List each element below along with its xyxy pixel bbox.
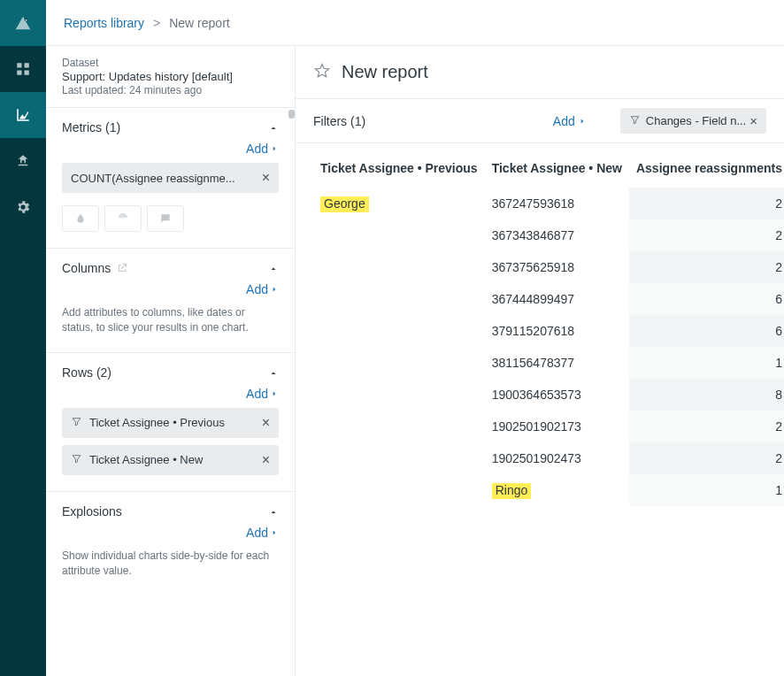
col-header-count[interactable]: Assignee reassignments — [629, 156, 784, 188]
cell-count: 6 — [629, 283, 784, 315]
nav-datasets[interactable] — [0, 138, 46, 184]
cell-new: Ringo — [485, 474, 629, 506]
cell-count: 8 — [629, 379, 784, 411]
main-area: Reports library > New report Dataset Sup… — [46, 0, 784, 676]
scrollbar-thumb[interactable] — [288, 110, 295, 119]
section-metrics: Metrics (1) Add COUNT(Assignee reassignm… — [46, 108, 295, 249]
metric-toolbar — [62, 205, 279, 232]
cell-prev — [313, 283, 485, 315]
cell-count: 2 — [629, 219, 784, 251]
signal-tool-button[interactable] — [104, 205, 142, 232]
table-row[interactable]: 3791152076186 — [313, 315, 784, 347]
chevron-right-icon — [578, 117, 587, 126]
results-table-wrap: Ticket Assignee • Previous Ticket Assign… — [296, 143, 784, 519]
columns-add-label: Add — [246, 282, 268, 296]
report-title-bar: New report — [296, 46, 784, 99]
table-row[interactable]: 3673438468772 — [313, 219, 784, 251]
explosions-helper: Show individual charts side-by-side for … — [62, 549, 279, 580]
cell-new: 367444899497 — [485, 283, 629, 315]
col-header-new[interactable]: Ticket Assignee • New — [485, 156, 629, 188]
table-row[interactable]: 19025019024732 — [313, 442, 784, 474]
explosions-add-label: Add — [246, 526, 268, 540]
cell-prev — [313, 315, 485, 347]
filters-add-link[interactable]: Add — [553, 114, 587, 128]
close-icon[interactable]: × — [257, 415, 270, 431]
cell-prev — [313, 411, 485, 442]
section-columns-title: Columns — [62, 261, 128, 275]
metrics-add-link[interactable]: Add — [62, 142, 279, 156]
cell-count: 2 — [629, 411, 784, 442]
star-icon[interactable] — [313, 62, 331, 82]
section-metrics-header[interactable]: Metrics (1) — [62, 120, 279, 134]
rows-add-link[interactable]: Add — [62, 387, 279, 401]
table-row[interactable]: 3674448994976 — [313, 283, 784, 315]
funnel-icon — [71, 453, 82, 467]
dataset-block[interactable]: Dataset Support: Updates history [defaul… — [46, 46, 295, 108]
section-rows-header[interactable]: Rows (2) — [62, 365, 279, 380]
filters-label: Filters (1) — [313, 114, 365, 128]
report-title[interactable]: New report — [342, 62, 428, 82]
table-row[interactable]: Ringo1 — [313, 474, 784, 506]
section-columns: Columns Add Add attributes to columns, l… — [46, 249, 295, 353]
svg-point-5 — [122, 217, 124, 219]
explosions-add-link[interactable]: Add — [62, 526, 279, 540]
close-icon[interactable]: × — [257, 170, 270, 186]
columns-add-link[interactable]: Add — [62, 282, 279, 296]
cell-count: 2 — [629, 251, 784, 283]
chevron-right-icon — [270, 389, 279, 398]
filters-row: Filters (1) Add Changes - Field n... × — [296, 99, 784, 143]
cell-new: 1900364653573 — [485, 379, 629, 411]
cell-new: 367247593618 — [485, 188, 629, 219]
section-explosions: Explosions Add Show individual charts si… — [46, 492, 295, 595]
metric-pill-label: COUNT(Assignee reassignme... — [71, 172, 257, 185]
row-pill[interactable]: Ticket Assignee • Previous × — [62, 408, 279, 438]
row-pill-label: Ticket Assignee • Previous — [89, 416, 257, 429]
chevron-right-icon — [270, 528, 279, 537]
rows-add-label: Add — [246, 387, 268, 401]
cell-new: 381156478377 — [485, 347, 629, 379]
metric-pill[interactable]: COUNT(Assignee reassignme... × — [62, 163, 279, 193]
nav-settings[interactable] — [0, 184, 46, 230]
svg-rect-4 — [25, 71, 29, 75]
cell-prev: George — [313, 188, 485, 219]
dataset-name: Support: Updates history [default] — [62, 70, 279, 83]
breadcrumb-link-library[interactable]: Reports library — [64, 16, 144, 30]
results-table: Ticket Assignee • Previous Ticket Assign… — [313, 156, 784, 506]
report-area: New report Filters (1) Add Changes - Fie… — [296, 46, 784, 676]
close-icon[interactable]: × — [257, 452, 270, 468]
section-metrics-title: Metrics (1) — [62, 120, 120, 134]
col-header-prev[interactable]: Ticket Assignee • Previous — [313, 156, 485, 188]
cell-count: 2 — [629, 442, 784, 474]
cell-new: 379115207618 — [485, 315, 629, 347]
table-row[interactable]: 19003646535738 — [313, 379, 784, 411]
cell-count: 6 — [629, 315, 784, 347]
cell-count: 1 — [629, 474, 784, 506]
chevron-up-icon — [268, 367, 279, 378]
cell-prev — [313, 219, 485, 251]
table-row[interactable]: 3811564783771 — [313, 347, 784, 379]
filters-add-label: Add — [553, 114, 575, 128]
filter-pill[interactable]: Changes - Field n... × — [620, 108, 766, 134]
app-logo[interactable] — [0, 0, 46, 46]
cell-new: 367375625918 — [485, 251, 629, 283]
comment-tool-button[interactable] — [147, 205, 184, 232]
nav-reports[interactable] — [0, 92, 46, 138]
nav-dashboard[interactable] — [0, 46, 46, 92]
columns-helper: Add attributes to columns, like dates or… — [62, 305, 279, 336]
table-row[interactable]: 3673756259182 — [313, 251, 784, 283]
dataset-updated: Last updated: 24 minutes ago — [62, 84, 279, 96]
content: Dataset Support: Updates history [defaul… — [46, 46, 784, 676]
row-pill-label: Ticket Assignee • New — [89, 453, 257, 466]
cell-prev — [313, 347, 485, 379]
section-columns-header[interactable]: Columns — [62, 261, 279, 275]
cell-new: 1902501902173 — [485, 411, 629, 442]
cell-new: 367343846877 — [485, 219, 629, 251]
table-row[interactable]: George3672475936182 — [313, 188, 784, 219]
section-rows: Rows (2) Add Ticket Assignee • Previous … — [46, 353, 295, 492]
close-icon[interactable]: × — [746, 113, 757, 128]
color-tool-button[interactable] — [62, 205, 99, 232]
section-explosions-header[interactable]: Explosions — [62, 504, 279, 519]
cell-count: 1 — [629, 347, 784, 379]
row-pill[interactable]: Ticket Assignee • New × — [62, 445, 279, 475]
table-row[interactable]: 19025019021732 — [313, 411, 784, 442]
